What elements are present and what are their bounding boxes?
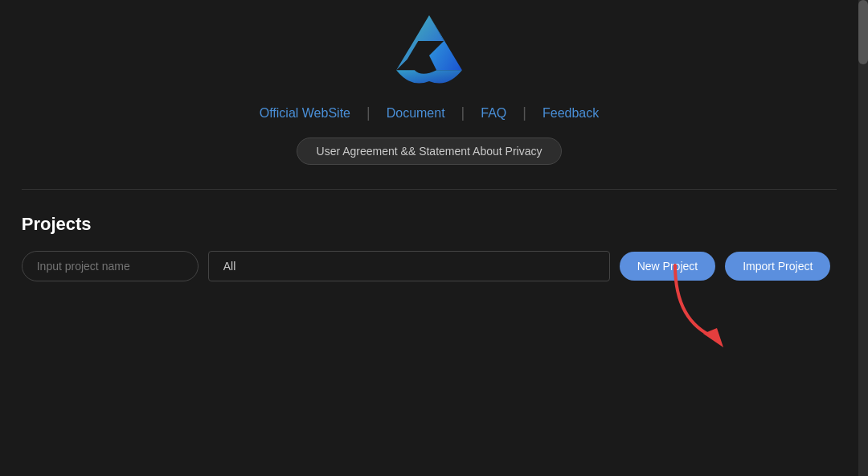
- new-project-button[interactable]: New Project: [620, 252, 715, 281]
- projects-controls: All New Project Import Project: [22, 251, 837, 281]
- logo-area: [369, 0, 489, 88]
- filter-select[interactable]: All: [208, 251, 610, 281]
- projects-section: Projects All New Project Import Project: [22, 214, 837, 281]
- agreement-button[interactable]: User Agreement && Statement About Privac…: [297, 137, 563, 165]
- nav-document[interactable]: Document: [371, 106, 461, 121]
- section-divider: [22, 189, 837, 190]
- nav-links: Official WebSite | Document | FAQ | Feed…: [244, 105, 616, 121]
- projects-title: Projects: [22, 214, 837, 235]
- app-logo: [369, 8, 489, 88]
- nav-feedback[interactable]: Feedback: [526, 106, 615, 121]
- nav-faq[interactable]: FAQ: [465, 106, 522, 121]
- nav-official-website[interactable]: Official WebSite: [244, 106, 366, 121]
- search-input[interactable]: [22, 251, 199, 281]
- import-project-button[interactable]: Import Project: [725, 252, 830, 281]
